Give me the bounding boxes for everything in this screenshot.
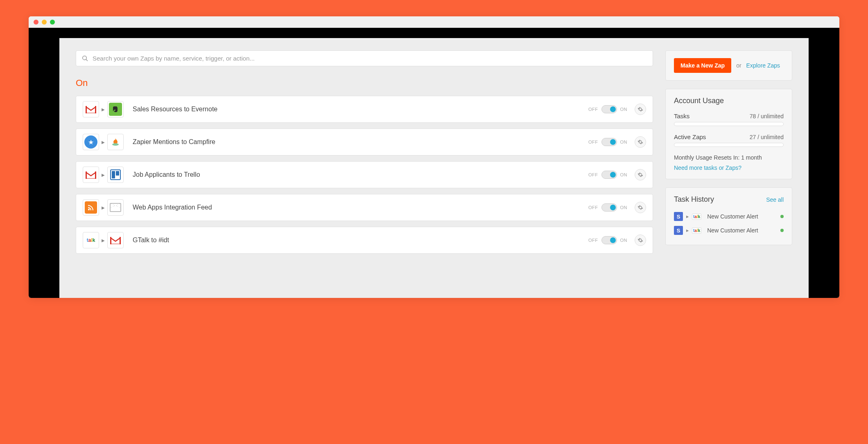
arrow-icon: ▶ (102, 238, 105, 243)
zap-app-icons: ★▶ (83, 134, 124, 150)
zap-toggle-group: OFFON (588, 203, 627, 212)
zap-settings-button[interactable] (635, 169, 646, 180)
off-label: OFF (588, 205, 598, 210)
usage-reset-text: Monthly Usage Resets In: 1 month (674, 154, 784, 161)
need-more-link[interactable]: Need more tasks or Zaps? (674, 165, 741, 171)
close-window-button[interactable] (34, 20, 38, 25)
browser-window: On ▶Sales Resources to EvernoteOFFON★▶Za… (29, 16, 839, 298)
zap-toggle-group: OFFON (588, 138, 627, 146)
status-success-icon (780, 229, 784, 232)
active-zaps-value: 27 / unlimited (750, 134, 784, 140)
on-label: ON (620, 140, 628, 144)
zap-name: Sales Resources to Evernote (133, 106, 588, 113)
viewport-frame: On ▶Sales Resources to EvernoteOFFON★▶Za… (29, 28, 839, 298)
zap-row[interactable]: ▶Job Applicants to TrelloOFFON (76, 161, 653, 188)
cta-or-text: or (736, 62, 741, 69)
zap-settings-button[interactable] (635, 202, 646, 213)
zap-toggle[interactable] (601, 138, 617, 146)
window-titlebar (29, 16, 839, 28)
make-new-zap-button[interactable]: Make a New Zap (674, 58, 731, 73)
arrow-icon: ▶ (686, 215, 689, 219)
search-bar[interactable] (76, 50, 653, 66)
off-label: OFF (588, 107, 598, 112)
arrow-icon: ▶ (686, 229, 689, 232)
off-label: OFF (588, 140, 598, 144)
task-history-heading: Task History (674, 195, 714, 204)
zap-list: ▶Sales Resources to EvernoteOFFON★▶Zapie… (76, 96, 653, 254)
see-all-link[interactable]: See all (766, 196, 784, 203)
zap-row[interactable]: talk▶GTalk to #idtOFFON (76, 227, 653, 254)
zap-toggle-group: OFFON (588, 171, 627, 179)
explore-zaps-link[interactable]: Explore Zaps (746, 62, 780, 69)
zap-toggle[interactable] (601, 236, 617, 244)
off-label: OFF (588, 172, 598, 177)
zap-app-icons: talk▶ (83, 232, 124, 248)
minimize-window-button[interactable] (42, 20, 47, 25)
zap-toggle[interactable] (601, 105, 617, 113)
history-row[interactable]: S▶talkNew Customer Alert (674, 223, 784, 237)
zap-settings-button[interactable] (635, 234, 646, 246)
on-label: ON (620, 205, 628, 210)
sidebar-column: Make a New Zap or Explore Zaps Account U… (665, 50, 792, 298)
search-input[interactable] (93, 55, 647, 62)
gmail-icon (107, 232, 124, 248)
stripe-icon: S (674, 226, 683, 235)
zap-app-icons: ▶ (83, 101, 124, 117)
on-label: ON (620, 107, 628, 112)
rss-icon (83, 199, 99, 216)
zap-settings-button[interactable] (635, 104, 646, 115)
task-history-panel: Task History See all S▶talkNew Customer … (665, 187, 792, 245)
zap-toggle[interactable] (601, 203, 617, 212)
history-row[interactable]: S▶talkNew Customer Alert (674, 210, 784, 223)
stripe-icon: S (674, 212, 683, 221)
account-usage-heading: Account Usage (674, 97, 784, 105)
account-usage-panel: Account Usage Tasks 78 / unlimited Activ… (665, 89, 792, 179)
evernote-icon (107, 101, 124, 117)
zap-app-icons: ▶ (83, 167, 124, 183)
zap-app-icons: ▶ (83, 199, 124, 216)
main-column: On ▶Sales Resources to EvernoteOFFON★▶Za… (76, 50, 653, 298)
gmail-icon (83, 101, 99, 117)
zap-name: Job Applicants to Trello (133, 171, 588, 178)
zap-row[interactable]: ▶Web Apps Integration FeedOFFON (76, 194, 653, 221)
gear-icon (637, 237, 643, 243)
talk-icon: talk (692, 214, 701, 220)
section-on-heading: On (76, 78, 653, 88)
zap-name: Zapier Mentions to Campfire (133, 138, 588, 146)
zap-settings-button[interactable] (635, 136, 646, 148)
arrow-icon: ▶ (102, 205, 105, 210)
cta-panel: Make a New Zap or Explore Zaps (665, 50, 792, 81)
zap-row[interactable]: ★▶Zapier Mentions to CampfireOFFON (76, 128, 653, 156)
on-label: ON (620, 238, 628, 243)
star-icon: ★ (83, 134, 99, 150)
gear-icon (637, 172, 643, 178)
gear-icon (637, 205, 643, 210)
svg-point-1 (88, 209, 90, 210)
gmail-icon (83, 167, 99, 183)
zap-name: Web Apps Integration Feed (133, 204, 588, 211)
status-success-icon (780, 215, 784, 218)
zap-name: GTalk to #idt (133, 237, 588, 244)
on-label: ON (620, 172, 628, 177)
arrow-icon: ▶ (102, 173, 105, 177)
search-icon (82, 55, 88, 62)
maximize-window-button[interactable] (50, 20, 55, 25)
active-zaps-label: Active Zaps (674, 133, 706, 140)
gear-icon (637, 139, 643, 145)
history-item-name: New Customer Alert (707, 227, 777, 234)
off-label: OFF (588, 238, 598, 243)
zap-toggle-group: OFFON (588, 236, 627, 244)
zap-toggle[interactable] (601, 171, 617, 179)
tasks-progress (674, 122, 784, 126)
arrow-icon: ▶ (102, 107, 105, 112)
tasks-value: 78 / unlimited (750, 113, 784, 119)
gear-icon (637, 106, 643, 112)
svg-point-0 (112, 143, 119, 146)
envelope-icon (107, 199, 124, 216)
arrow-icon: ▶ (102, 140, 105, 144)
talk-icon: talk (692, 228, 701, 234)
history-list: S▶talkNew Customer AlertS▶talkNew Custom… (674, 210, 784, 237)
zap-row[interactable]: ▶Sales Resources to EvernoteOFFON (76, 96, 653, 123)
history-item-name: New Customer Alert (707, 213, 777, 220)
zap-toggle-group: OFFON (588, 105, 627, 113)
